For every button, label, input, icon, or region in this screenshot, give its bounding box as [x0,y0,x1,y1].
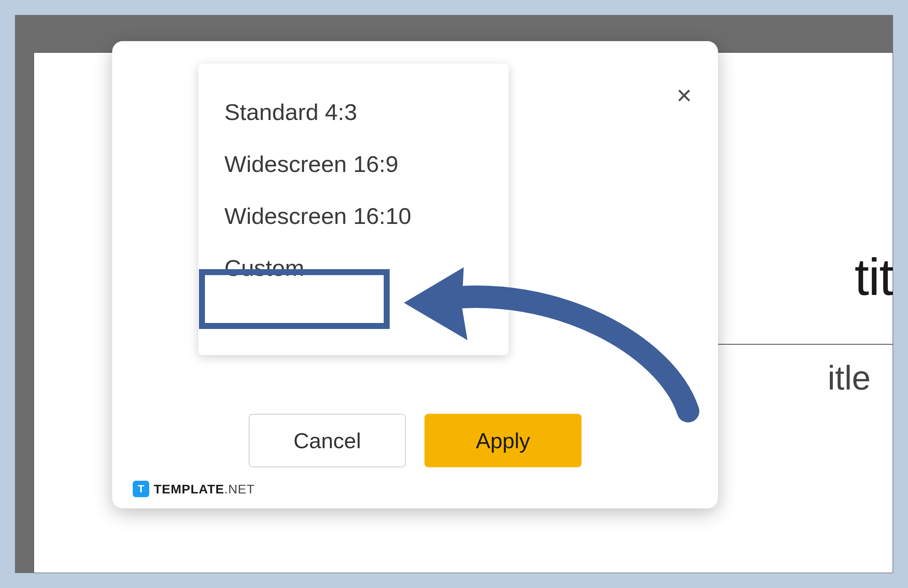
slide-subtitle-text: itle [828,359,871,397]
backdrop-overlay: tit itle × Standard 4:3 Widescreen 16:9 … [15,15,893,573]
watermark-text: TEMPLATE.NET [154,482,255,496]
option-widescreen-16-9[interactable]: Widescreen 16:9 [198,138,509,190]
template-logo-icon: T [133,481,149,497]
slide-title-text: tit [855,247,893,307]
option-standard-4-3[interactable]: Standard 4:3 [198,86,509,138]
dialog-buttons: Cancel Apply [112,414,718,467]
aspect-ratio-dropdown: Standard 4:3 Widescreen 16:9 Widescreen … [198,64,509,355]
option-custom[interactable]: Custom [198,242,509,294]
watermark-brand: TEMPLATE [154,482,224,496]
page-setup-dialog: × Standard 4:3 Widescreen 16:9 Widescree… [112,41,718,508]
apply-button[interactable]: Apply [425,414,581,467]
option-widescreen-16-10[interactable]: Widescreen 16:10 [198,190,509,242]
watermark-ext: .NET [224,482,255,496]
cancel-button[interactable]: Cancel [249,414,406,467]
watermark: T TEMPLATE.NET [133,481,255,497]
close-icon[interactable]: × [676,82,692,108]
